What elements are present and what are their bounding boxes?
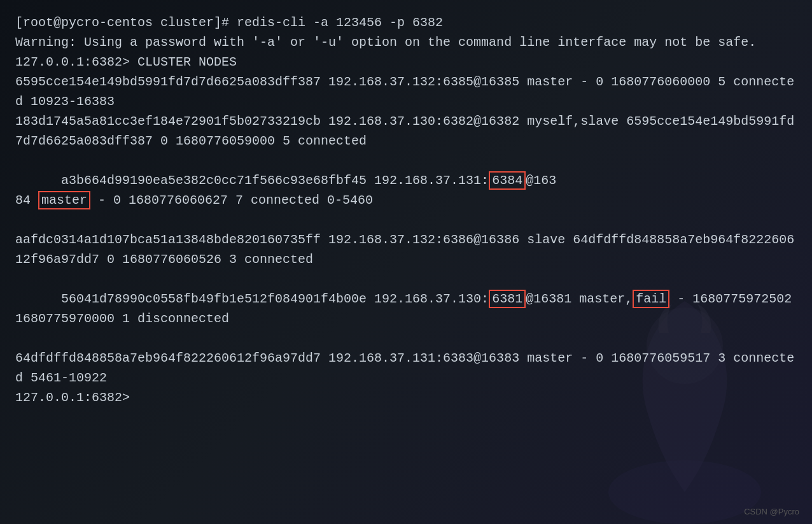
line3-pre: a3b664d99190ea5e382c0cc71f566c93e68fbf45… — [61, 173, 489, 188]
highlight-port-6384: 6384 — [489, 171, 526, 190]
terminal-line-prompt: [root@pycro-centos cluster]# redis-cli -… — [15, 13, 797, 32]
terminal-line-2: 183d1745a5a81cc3ef184e72901f5b02733219cb… — [15, 111, 797, 151]
terminal-line-5: 56041d78990c0558fb49fb1e512f084901f4b00e… — [15, 269, 797, 348]
line5-pre: 56041d78990c0558fb49fb1e512f084901f4b00e… — [61, 292, 489, 306]
line5-mid: @16381 master, — [526, 292, 633, 306]
terminal-line-6: 64dfdffd848858a7eb964f822260612f96a97dd7… — [15, 348, 797, 388]
terminal-line-4: aafdc0314a1d107bca51a13848bde820160735ff… — [15, 230, 797, 269]
highlight-port-6381: 6381 — [489, 290, 526, 308]
highlight-fail: fail — [633, 290, 669, 308]
terminal-background: [root@pycro-centos cluster]# redis-cli -… — [0, 0, 812, 524]
line3-post: - 0 1680776060627 7 connected 0-5460 — [90, 193, 373, 208]
watermark: CSDN @Pycro — [744, 507, 799, 516]
terminal-line-1: 6595cce154e149bd5991fd7d7d6625a083dff387… — [15, 72, 797, 111]
line3-mid: @163 — [526, 173, 556, 188]
terminal-line-prompt2: 127.0.0.1:6382> — [15, 388, 797, 407]
terminal-line-3: a3b664d99190ea5e382c0cc71f566c93e68fbf45… — [15, 151, 797, 230]
highlight-master: master — [38, 191, 90, 209]
terminal-content: [root@pycro-centos cluster]# redis-cli -… — [15, 13, 797, 511]
terminal-line-warning: Warning: Using a password with '-a' or '… — [15, 32, 797, 52]
terminal-line-command: 127.0.0.1:6382> CLUSTER NODES — [15, 52, 797, 72]
line3-mid2: 84 — [15, 193, 38, 208]
